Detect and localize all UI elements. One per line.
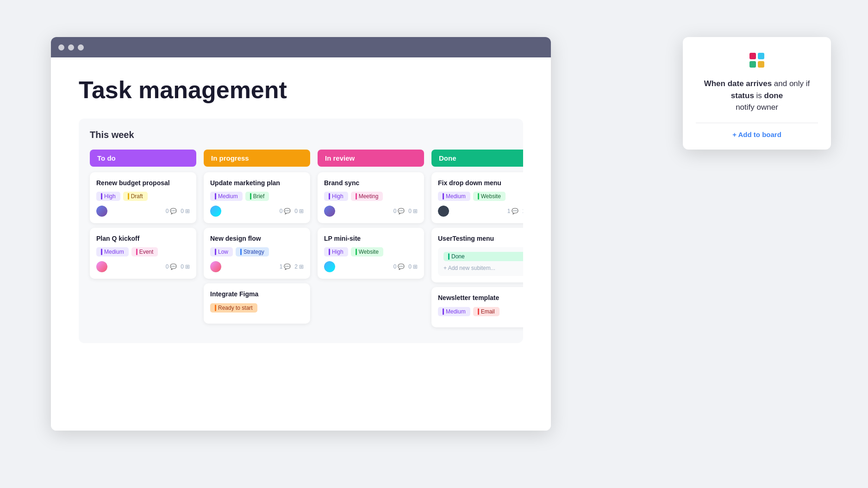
- card-plan-q[interactable]: Plan Q kickoff Medium Event: [90, 228, 196, 279]
- card-footer: 0 💬 0 ⊞: [96, 206, 190, 217]
- avatar: [96, 261, 107, 272]
- page-wrapper: Task management This week To do Renew bu…: [0, 0, 868, 488]
- card-title: LP mini-site: [324, 234, 418, 243]
- tags-row: Low Strategy: [210, 247, 304, 257]
- page-title: Task management: [79, 76, 523, 104]
- card-title: Plan Q kickoff: [96, 234, 190, 243]
- avatar: [438, 206, 449, 217]
- tag-medium: Medium: [438, 192, 470, 201]
- tags-row: High Draft: [96, 192, 190, 201]
- tag-medium: Medium: [96, 247, 129, 257]
- card-meta: 0 💬 0 ⊞: [393, 263, 418, 270]
- avatar: [210, 261, 221, 272]
- tag-event: Event: [131, 247, 158, 257]
- avatar: [324, 206, 335, 217]
- browser-dot-2: [68, 44, 74, 50]
- column-header-inreview: In review: [318, 150, 424, 167]
- card-footer: 0 💬 0 ⊞: [210, 206, 304, 217]
- avatar: [96, 206, 107, 217]
- card-title: Update marketing plan: [210, 179, 304, 187]
- svg-rect-0: [749, 53, 756, 59]
- card-meta: 0 💬 0 ⊞: [280, 208, 304, 214]
- slack-logo: [696, 50, 818, 70]
- card-meta: 0 💬 0 ⊞: [166, 263, 190, 270]
- board-container: This week To do Renew budget proposal: [79, 119, 523, 343]
- column-inreview: In review Brand sync High: [318, 150, 424, 283]
- slack-popup: When date arrives and only if status is …: [683, 37, 831, 150]
- tag-medium: Medium: [210, 192, 243, 201]
- browser-window: Task management This week To do Renew bu…: [51, 37, 551, 431]
- tags-row: High Meeting: [324, 192, 418, 201]
- add-to-board-button[interactable]: + Add to board: [696, 131, 818, 138]
- add-subitem-button[interactable]: + Add new subitem...: [443, 265, 523, 271]
- card-brand-sync[interactable]: Brand sync High Meeting: [318, 172, 424, 223]
- tag-high: High: [96, 192, 120, 201]
- board-title: This week: [90, 130, 512, 140]
- tag-brief: Brief: [245, 192, 269, 201]
- card-title: UserTesting menu: [438, 234, 523, 243]
- tag-draft: Draft: [123, 192, 148, 201]
- browser-dot-3: [78, 44, 84, 50]
- tags-row: Medium Website: [438, 192, 523, 201]
- slack-divider: [696, 123, 818, 123]
- tags-row: High Website: [324, 247, 418, 257]
- card-meta: 1 💬 2 ⊞: [280, 263, 304, 270]
- tag-strategy: Strategy: [236, 247, 269, 257]
- column-todo: To do Renew budget proposal High: [90, 150, 196, 283]
- card-lp-minisite[interactable]: LP mini-site High Website: [318, 228, 424, 279]
- card-new-design-flow[interactable]: New design flow Low Strategy: [204, 228, 310, 279]
- tag-website: Website: [473, 192, 506, 201]
- svg-rect-3: [758, 61, 764, 68]
- subtask-count: 0 ⊞: [181, 208, 190, 214]
- tags-row: Medium Email: [438, 307, 523, 316]
- tags-row: Medium Brief: [210, 192, 304, 201]
- card-meta: 1 💬 1 ⊞: [507, 208, 523, 214]
- card-meta: 0 💬 0 ⊞: [166, 208, 190, 214]
- card-footer: 1 💬 1 ⊞: [438, 206, 523, 217]
- card-renew-budget[interactable]: Renew budget proposal High Draft: [90, 172, 196, 223]
- tag-high: High: [324, 247, 348, 257]
- card-fix-dropdown[interactable]: Fix drop down menu Medium Website: [431, 172, 523, 223]
- columns-row: To do Renew budget proposal High: [90, 150, 512, 332]
- comment-count: 0 💬: [166, 208, 177, 214]
- column-done: Done Fix drop down menu Medium: [431, 150, 523, 332]
- svg-rect-2: [749, 61, 756, 68]
- browser-titlebar: [51, 37, 551, 57]
- tag-email: Email: [473, 307, 500, 316]
- tag-meeting: Meeting: [351, 192, 383, 201]
- column-inprogress: In progress Update marketing plan Medium: [204, 150, 310, 328]
- tag-low: Low: [210, 247, 233, 257]
- tag-high: High: [324, 192, 348, 201]
- column-header-inprogress: In progress: [204, 150, 310, 167]
- card-update-marketing[interactable]: Update marketing plan Medium Brief: [204, 172, 310, 223]
- card-footer: 0 💬 0 ⊞: [324, 206, 418, 217]
- tag-done: Done: [443, 252, 523, 261]
- card-title: Newsletter template: [438, 294, 523, 302]
- card-title: New design flow: [210, 234, 304, 243]
- subitem-area: Done + Add new subitem...: [438, 247, 523, 276]
- card-integrate-figma[interactable]: Integrate Figma Ready to start: [204, 283, 310, 323]
- column-header-done: Done: [431, 150, 523, 167]
- card-newsletter[interactable]: Newsletter template Medium Email: [431, 287, 523, 327]
- avatar: [324, 261, 335, 272]
- browser-content: Task management This week To do Renew bu…: [51, 57, 551, 431]
- tags-row: Ready to start: [210, 303, 304, 313]
- card-usertesting[interactable]: UserTesting menu Done + Add new subitem.…: [431, 228, 523, 282]
- tags-row: Medium Event: [96, 247, 190, 257]
- card-title: Renew budget proposal: [96, 179, 190, 187]
- tag-ready: Ready to start: [210, 303, 257, 313]
- column-header-todo: To do: [90, 150, 196, 167]
- card-meta: 0 💬 0 ⊞: [393, 208, 418, 214]
- tag-medium: Medium: [438, 307, 470, 316]
- card-footer: 1 💬 2 ⊞: [210, 261, 304, 272]
- card-title: Fix drop down menu: [438, 179, 523, 187]
- card-footer: 0 💬 0 ⊞: [96, 261, 190, 272]
- browser-dot-1: [58, 44, 64, 50]
- svg-rect-1: [758, 53, 764, 59]
- avatar: [210, 206, 221, 217]
- card-title: Integrate Figma: [210, 290, 304, 298]
- tag-website: Website: [351, 247, 383, 257]
- card-footer: 0 💬 0 ⊞: [324, 261, 418, 272]
- card-title: Brand sync: [324, 179, 418, 187]
- slack-popup-text: When date arrives and only if status is …: [696, 78, 818, 113]
